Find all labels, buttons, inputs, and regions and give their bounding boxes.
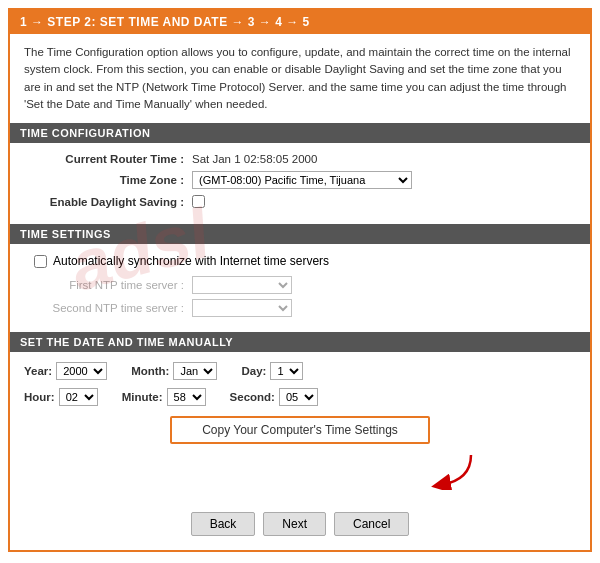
manual-datetime-header: SET THE DATE AND TIME MANUALLY bbox=[10, 332, 590, 352]
first-ntp-select[interactable] bbox=[192, 276, 292, 294]
date-row: Year: 2000 Month: Jan Day: 1 bbox=[24, 362, 576, 380]
time-row: Hour: 02 Minute: 58 Second: 05 bbox=[24, 388, 576, 406]
current-router-time-row: Current Router Time : Sat Jan 1 02:58:05… bbox=[24, 153, 576, 165]
step-header: 1 → STEP 2: SET TIME AND DATE → 3 → 4 → … bbox=[10, 10, 590, 34]
day-select[interactable]: 1 bbox=[270, 362, 303, 380]
minute-field: Minute: 58 bbox=[122, 388, 206, 406]
time-settings-content: Automatically synchronize with Internet … bbox=[10, 244, 590, 332]
main-wrapper: adsl 1 → STEP 2: SET TIME AND DATE → 3 →… bbox=[10, 10, 590, 550]
month-field: Month: Jan bbox=[131, 362, 217, 380]
back-button[interactable]: Back bbox=[191, 512, 256, 536]
description-text: The Time Configuration option allows you… bbox=[24, 46, 571, 110]
second-field: Second: 05 bbox=[230, 388, 318, 406]
auto-sync-label: Automatically synchronize with Internet … bbox=[53, 254, 329, 268]
cancel-button[interactable]: Cancel bbox=[334, 512, 409, 536]
hour-select[interactable]: 02 bbox=[59, 388, 98, 406]
second-ntp-row: Second NTP time server : bbox=[24, 299, 576, 317]
time-settings-header: TIME SETTINGS bbox=[10, 224, 590, 244]
second-ntp-select[interactable] bbox=[192, 299, 292, 317]
auto-sync-row: Automatically synchronize with Internet … bbox=[24, 254, 576, 268]
month-label: Month: bbox=[131, 365, 169, 377]
day-label: Day: bbox=[241, 365, 266, 377]
day-field: Day: 1 bbox=[241, 362, 303, 380]
current-router-time-label: Current Router Time : bbox=[24, 153, 184, 165]
time-configuration-header: TIME CONFIGURATION bbox=[10, 123, 590, 143]
hour-label: Hour: bbox=[24, 391, 55, 403]
year-select[interactable]: 2000 bbox=[56, 362, 107, 380]
year-field: Year: 2000 bbox=[24, 362, 107, 380]
time-zone-select[interactable]: (GMT-08:00) Pacific Time, Tijuana bbox=[192, 171, 412, 189]
arrow-icon bbox=[416, 450, 476, 490]
copy-btn-container: Copy Your Computer's Time Settings bbox=[24, 416, 576, 444]
second-ntp-label: Second NTP time server : bbox=[24, 302, 184, 314]
time-zone-label: Time Zone : bbox=[24, 174, 184, 186]
bottom-buttons: Back Next Cancel bbox=[10, 502, 590, 550]
time-settings-label: TIME SETTINGS bbox=[20, 228, 111, 240]
first-ntp-label: First NTP time server : bbox=[24, 279, 184, 291]
daylight-saving-checkbox[interactable] bbox=[192, 195, 205, 208]
next-button[interactable]: Next bbox=[263, 512, 326, 536]
month-select[interactable]: Jan bbox=[173, 362, 217, 380]
second-label: Second: bbox=[230, 391, 275, 403]
copy-time-button[interactable]: Copy Your Computer's Time Settings bbox=[170, 416, 430, 444]
arrow-container bbox=[24, 450, 576, 490]
description-area: The Time Configuration option allows you… bbox=[10, 34, 590, 123]
year-label: Year: bbox=[24, 365, 52, 377]
minute-select[interactable]: 58 bbox=[167, 388, 206, 406]
time-config-label: TIME CONFIGURATION bbox=[20, 127, 150, 139]
time-configuration-content: Current Router Time : Sat Jan 1 02:58:05… bbox=[10, 143, 590, 224]
minute-label: Minute: bbox=[122, 391, 163, 403]
daylight-saving-row: Enable Daylight Saving : bbox=[24, 195, 576, 208]
time-zone-row: Time Zone : (GMT-08:00) Pacific Time, Ti… bbox=[24, 171, 576, 189]
daylight-saving-label: Enable Daylight Saving : bbox=[24, 196, 184, 208]
second-select[interactable]: 05 bbox=[279, 388, 318, 406]
current-router-time-value: Sat Jan 1 02:58:05 2000 bbox=[192, 153, 317, 165]
hour-field: Hour: 02 bbox=[24, 388, 98, 406]
step-label: 1 → STEP 2: SET TIME AND DATE → 3 → 4 → … bbox=[20, 15, 310, 29]
manual-datetime-label: SET THE DATE AND TIME MANUALLY bbox=[20, 336, 233, 348]
auto-sync-checkbox[interactable] bbox=[34, 255, 47, 268]
first-ntp-row: First NTP time server : bbox=[24, 276, 576, 294]
manual-datetime-content: Year: 2000 Month: Jan Day: 1 bbox=[10, 352, 590, 502]
